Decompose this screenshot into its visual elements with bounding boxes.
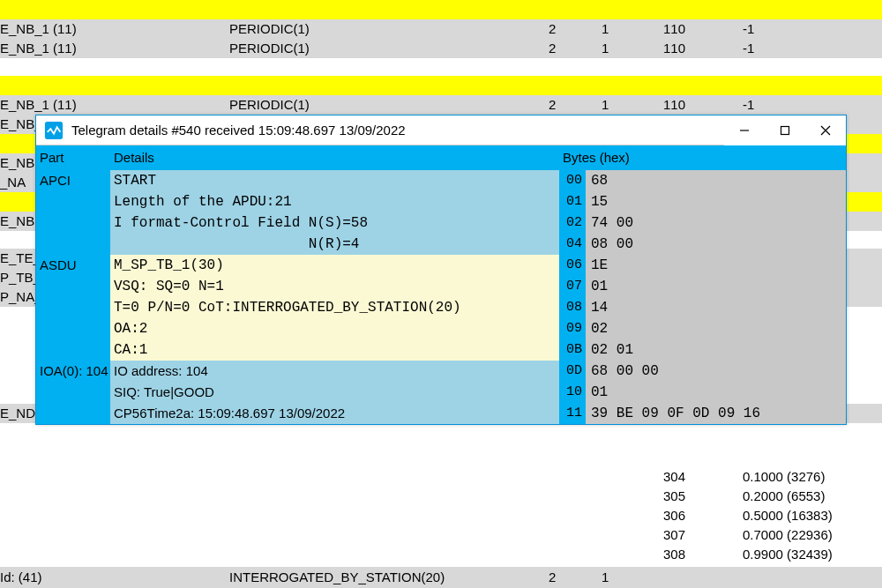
hex-cell: 01 (586, 382, 846, 403)
table-cell: 2 (549, 95, 602, 115)
offset-cell: 04 (559, 234, 586, 255)
table-row[interactable]: E_NB_1 (11)PERIODIC(1)21110-1 (0, 19, 882, 39)
detail-cell: I format-Control Field N(S)=58 (110, 212, 559, 234)
svg-rect-2 (781, 126, 789, 134)
table-cell (602, 0, 663, 19)
detail-cell: OA:2 (110, 318, 559, 339)
addr-cell: 304 (663, 467, 743, 487)
table-cell: 2 (549, 19, 602, 39)
value-cell: 0.5000 (16383) (743, 506, 875, 525)
hex-cell: 74 00 (586, 212, 846, 234)
value-cell: 0.1000 (3276) (743, 467, 875, 487)
window-controls (724, 115, 846, 145)
offset-cell: 0B (559, 339, 586, 361)
part-cell (36, 276, 110, 297)
table-cell (549, 0, 602, 19)
addr-cell: 305 (663, 487, 743, 506)
table-cell (549, 58, 602, 76)
part-cell (36, 234, 110, 255)
table-row[interactable] (0, 0, 882, 19)
hex-cell: 01 (586, 276, 846, 297)
hex-cell: 15 (586, 191, 846, 212)
addr-cell: 306 (663, 506, 743, 525)
table-cell (602, 58, 663, 76)
table-cell: 110 (663, 19, 743, 39)
detail-cell: CP56Time2a: 15:09:48.697 13/09/2022 (110, 403, 559, 424)
detail-cell: N(R)=4 (110, 234, 559, 255)
close-button[interactable] (805, 115, 846, 145)
table-cell: -1 (743, 95, 875, 115)
part-cell: IOA(0): 104 (36, 361, 110, 382)
list-item: 3070.7000 (22936) (0, 525, 882, 545)
hex-cell: 1E (586, 255, 846, 276)
hex-cell: 14 (586, 297, 846, 318)
status-id: Id: (41) (0, 567, 229, 588)
hex-cell: 68 (586, 170, 846, 191)
table-cell: 110 (663, 39, 743, 58)
list-item: 3080.9900 (32439) (0, 545, 882, 564)
detail-cell: Length of the APDU:21 (110, 191, 559, 212)
table-cell: 110 (663, 95, 743, 115)
status-bar: Id: (41) INTERROGATED_BY_STATION(20) 2 1 (0, 567, 882, 588)
part-cell (36, 212, 110, 234)
table-row[interactable] (0, 76, 882, 95)
value-cell: 0.2000 (6553) (743, 487, 875, 506)
offset-cell: 0D (559, 361, 586, 382)
part-cell (36, 318, 110, 339)
hex-cell: 02 (586, 318, 846, 339)
part-cell (36, 191, 110, 212)
maximize-button[interactable] (765, 115, 805, 145)
offset-cell: 02 (559, 212, 586, 234)
detail-cell: SIQ: True|GOOD (110, 382, 559, 403)
part-cell (36, 297, 110, 318)
table-cell (743, 0, 875, 19)
table-cell: 1 (602, 95, 663, 115)
offset-cell: 11 (559, 403, 586, 424)
app-icon (41, 118, 66, 143)
table-cell: 1 (602, 19, 663, 39)
hex-cell: 39 BE 09 0F 0D 09 16 (586, 403, 846, 424)
status-col-a: 2 (549, 567, 602, 588)
table-row[interactable] (0, 58, 882, 76)
detail-cell: T=0 P/N=0 CoT:INTERROGATED_BY_STATION(20… (110, 297, 559, 318)
table-cell (743, 58, 875, 76)
table-cell (663, 0, 743, 19)
table-cell: E_NB_1 (11) (0, 95, 229, 115)
table-row[interactable]: E_NB_1 (11)PERIODIC(1)21110-1 (0, 39, 882, 58)
part-cell (36, 403, 110, 424)
status-cause: INTERROGATED_BY_STATION(20) (229, 567, 549, 588)
table-cell (0, 58, 229, 76)
window-titlebar[interactable]: Telegram details #540 received 15:09:48.… (36, 115, 846, 145)
hex-cell: 68 00 00 (586, 361, 846, 382)
table-cell (229, 58, 549, 76)
value-cell: 0.9900 (32439) (743, 545, 875, 564)
header-bytes: Bytes (hex) (559, 145, 846, 170)
table-cell: 2 (549, 39, 602, 58)
table-cell: E_NB_1 (11) (0, 19, 229, 39)
table-cell (602, 76, 663, 95)
list-item: 3050.2000 (6553) (0, 487, 882, 506)
detail-cell: START (110, 170, 559, 191)
part-cell (36, 382, 110, 403)
addr-cell: 308 (663, 545, 743, 564)
table-cell: E_NB_1 (11) (0, 39, 229, 58)
telegram-table: Part APCIASDUIOA(0): 104 Details STARTLe… (36, 145, 846, 424)
minimize-button[interactable] (724, 115, 765, 145)
offset-cell: 10 (559, 382, 586, 403)
table-cell (549, 76, 602, 95)
hex-cell: 02 01 (586, 339, 846, 361)
table-cell (229, 0, 549, 19)
offset-cell: 08 (559, 297, 586, 318)
offset-cell: 07 (559, 276, 586, 297)
table-cell (229, 76, 549, 95)
detail-cell: VSQ: SQ=0 N=1 (110, 276, 559, 297)
status-col-b: 1 (602, 567, 663, 588)
window-title: Telegram details #540 received 15:09:48.… (71, 123, 724, 138)
addr-cell: 307 (663, 525, 743, 545)
table-row[interactable]: E_NB_1 (11)PERIODIC(1)21110-1 (0, 95, 882, 115)
table-cell (743, 76, 875, 95)
list-item: 3040.1000 (3276) (0, 467, 882, 487)
detail-cell: M_SP_TB_1(30) (110, 255, 559, 276)
table-cell: -1 (743, 19, 875, 39)
part-cell: APCI (36, 170, 110, 191)
